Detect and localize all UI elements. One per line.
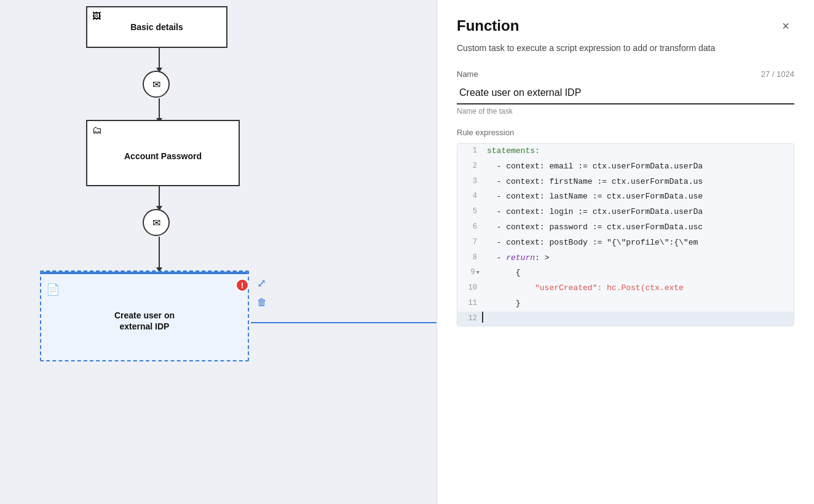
expand-action-icon[interactable]: ⤢	[257, 277, 266, 290]
code-line-7: 7 - context: postBody := "{\"profile\":{…	[457, 235, 794, 251]
name-label: Name	[457, 69, 478, 79]
arrow-2	[156, 98, 162, 123]
diagram-area: 🖼 Basic details ✉ 🗂 Account Password ✉ 📄	[0, 0, 437, 504]
name-field-row: Name 27 / 1024	[457, 69, 794, 79]
close-button[interactable]: ×	[777, 17, 794, 34]
code-line-1: 1 statements:	[457, 144, 794, 159]
panel-description: Custom task to execute a script expressi…	[457, 42, 794, 55]
node-account-password-label: Account Password	[118, 151, 208, 162]
node-create-user[interactable]: 📄 Create user onexternal IDP	[40, 270, 249, 361]
arrow-4	[156, 237, 162, 272]
name-counter: 27 / 1024	[761, 69, 794, 79]
node-basic-details-icon: 🖼	[92, 11, 101, 21]
node-create-user-label: Create user onexternal IDP	[108, 310, 181, 332]
code-editor[interactable]: 1 statements: 2 - context: email := ctx.…	[457, 143, 794, 326]
panel-header: Function ×	[457, 17, 794, 34]
node-event1[interactable]: ✉	[143, 71, 170, 98]
code-line-4: 4 - context: lastName := ctx.userFormDat…	[457, 189, 794, 205]
node-basic-details[interactable]: 🖼 Basic details	[86, 6, 227, 48]
name-hint: Name of the task	[457, 107, 794, 116]
code-line-10: 10 "userCreated": hc.Post(ctx.exte	[457, 281, 794, 296]
code-line-6: 6 - context: password := ctx.userFormDat…	[457, 220, 794, 235]
code-line-12: 12	[457, 312, 794, 326]
code-line-9: 9 ▼ {	[457, 266, 794, 281]
event1-icon: ✉	[152, 79, 160, 90]
node-account-password[interactable]: 🗂 Account Password	[86, 120, 240, 186]
panel-title: Function	[457, 17, 519, 34]
arrow-1	[156, 48, 162, 73]
node-account-icon: 🗂	[92, 125, 102, 136]
code-line-8: 8 - return: >	[457, 251, 794, 266]
rule-expression-label: Rule expression	[457, 128, 794, 137]
event2-icon: ✉	[152, 217, 160, 229]
delete-action-icon[interactable]: 🗑	[257, 297, 267, 308]
arrow-3	[156, 186, 162, 211]
code-line-3: 3 - context: firstName := ctx.userFormDa…	[457, 175, 794, 190]
error-badge: !	[235, 278, 249, 292]
connector-svg	[0, 0, 437, 504]
name-input[interactable]	[457, 82, 794, 104]
code-line-2: 2 - context: email := ctx.userFormData.u…	[457, 159, 794, 175]
node-create-user-icon: 📄	[46, 283, 60, 296]
node-event2[interactable]: ✉	[143, 209, 170, 236]
code-line-11: 11 }	[457, 296, 794, 312]
node-basic-details-label: Basic details	[124, 22, 189, 33]
panel-area: Function × Custom task to execute a scri…	[437, 0, 814, 504]
code-line-5: 5 - context: login := ctx.userFormData.u…	[457, 205, 794, 220]
